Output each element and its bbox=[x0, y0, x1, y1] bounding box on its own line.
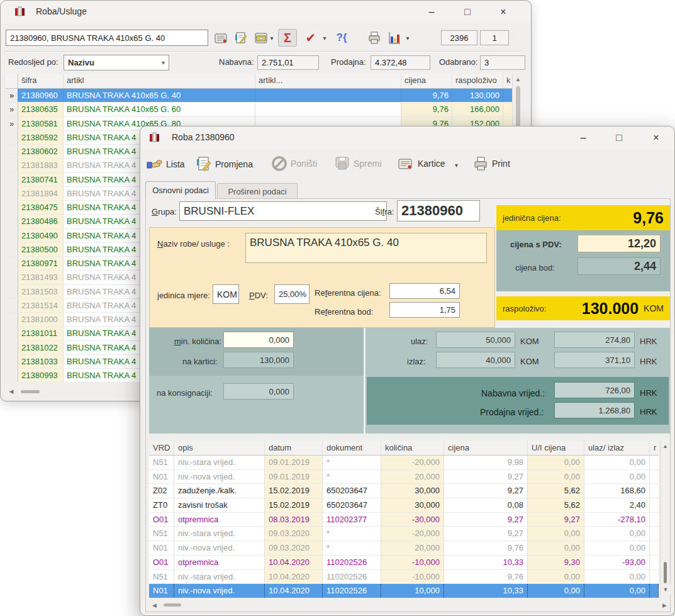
tab-osnovni-podaci[interactable]: Osnovni podaci bbox=[145, 181, 216, 199]
minimize-button[interactable]: – bbox=[569, 128, 598, 148]
promjena-button[interactable]: Promjena bbox=[196, 155, 253, 172]
scroll-left-icon[interactable]: ◀ bbox=[149, 600, 160, 610]
sifra-field[interactable]: 21380960 bbox=[397, 200, 480, 221]
confirm-dropdown-icon[interactable]: ▾ bbox=[320, 29, 329, 47]
cell: 5,62 bbox=[528, 498, 584, 512]
rolodex-button[interactable] bbox=[212, 29, 230, 47]
col-k[interactable]: k bbox=[503, 74, 512, 88]
stock-right-lower: Nabavna vrijed.: 726,00 HRK Prodajna vri… bbox=[365, 376, 670, 434]
cell: 09.03.2020 bbox=[265, 527, 323, 540]
scroll-left-icon[interactable]: ◀ bbox=[6, 386, 17, 397]
nabavna-vrijed-field[interactable]: 726,00 bbox=[554, 382, 635, 398]
prodajna-vrijed-field[interactable]: 1.268,80 bbox=[554, 402, 635, 418]
col-raspolozivo[interactable]: raspoloživo bbox=[452, 74, 503, 88]
izlaz-qty-field[interactable]: 40,000 bbox=[436, 352, 515, 368]
window-title: Roba 21380960 bbox=[172, 132, 235, 142]
cell bbox=[6, 187, 18, 200]
transaction-row[interactable]: N51niv.-stara vrijed.10.04.2020110202526… bbox=[149, 570, 659, 585]
close-button[interactable]: × bbox=[642, 128, 671, 148]
cell: 0,00 bbox=[584, 541, 650, 555]
close-button[interactable]: × bbox=[489, 2, 518, 22]
search-input[interactable] bbox=[6, 30, 208, 46]
spremi-button: Spremi bbox=[334, 155, 381, 172]
naziv-field[interactable]: BRUSNA TRAKA 410x65 G. 40 bbox=[245, 233, 487, 263]
col-cijena[interactable]: cijena bbox=[444, 441, 528, 455]
cell bbox=[6, 145, 18, 158]
maximize-button[interactable]: □ bbox=[453, 2, 482, 22]
maximize-button[interactable]: □ bbox=[605, 128, 633, 148]
print-button[interactable]: Print bbox=[472, 155, 510, 172]
chart-button[interactable] bbox=[386, 29, 403, 47]
nabavna-label: Nabavna: bbox=[219, 57, 254, 67]
grupa-field[interactable]: BRUSNI-FLEX bbox=[179, 201, 387, 221]
cell: 21381514 bbox=[18, 299, 64, 312]
kartice-button[interactable]: Kartice bbox=[397, 155, 445, 172]
scroll-up-icon[interactable]: ▲ bbox=[513, 74, 523, 85]
cell: 110202377 bbox=[323, 513, 381, 527]
article-row[interactable]: »21380960BRUSNA TRAKA 410x65 G. 409,7613… bbox=[6, 89, 512, 103]
izlaz-val-field[interactable]: 371,10 bbox=[554, 352, 635, 368]
transaction-row[interactable]: N51niv.-stara vrijed.09.03.2020*-20,0009… bbox=[149, 527, 659, 541]
ulaz-val-field[interactable]: 274,80 bbox=[554, 332, 635, 348]
jm-field[interactable]: KOM bbox=[213, 284, 239, 304]
print-button[interactable] bbox=[365, 29, 383, 47]
cell bbox=[6, 369, 18, 382]
cijena-bod-field[interactable]: 2,44 bbox=[577, 257, 661, 275]
ref-bod-field[interactable]: 1,75 bbox=[389, 302, 460, 318]
transaction-row[interactable]: N01niv.-nova vrijed.09.03.2020*20,0009,7… bbox=[149, 541, 659, 556]
lista-button[interactable]: Lista bbox=[147, 157, 185, 172]
na-kartici-field[interactable]: 130,000 bbox=[223, 352, 294, 368]
pdv-field[interactable]: 25,00% bbox=[274, 284, 310, 304]
scroll-down-icon[interactable]: ▼ bbox=[661, 585, 671, 595]
col-opis[interactable]: opis bbox=[174, 441, 265, 455]
transaction-row[interactable]: N51niv.-stara vrijed.09.01.2019*-20,0009… bbox=[149, 456, 659, 470]
titlebar[interactable]: Roba 21380960 – □ × bbox=[140, 126, 674, 149]
col-sifra[interactable]: šifra bbox=[18, 74, 64, 88]
transactions-hscrollbar[interactable]: ◀ ▶ bbox=[149, 600, 670, 610]
sum-button[interactable]: Σ bbox=[278, 29, 297, 47]
transaction-row[interactable]: Z02zaduženje./kalk.15.02.201965020364730… bbox=[149, 484, 659, 498]
titlebar[interactable]: Roba/Usluge – □ × bbox=[1, 1, 531, 23]
minimize-button[interactable]: – bbox=[417, 2, 446, 22]
transaction-row[interactable]: ZT0zavisni trošak15.02.201965020364730,0… bbox=[149, 498, 659, 513]
ulaz-qty-field[interactable]: 50,000 bbox=[436, 332, 515, 348]
scroll-up-icon[interactable]: ▲ bbox=[661, 441, 670, 451]
min-kolicina-field[interactable]: 0,000 bbox=[223, 332, 294, 348]
transaction-row[interactable]: N01niv.-nova vrijed.10.04.20201102025261… bbox=[149, 584, 659, 598]
article-row[interactable]: »21380635BRUSNA TRAKA 410x65 G. 609,7616… bbox=[6, 103, 512, 116]
col-artikl[interactable]: artikl bbox=[64, 74, 255, 88]
col-datum[interactable]: datum bbox=[265, 441, 323, 455]
scroll-right-icon[interactable]: ▶ bbox=[659, 600, 670, 610]
col-ui-cijena[interactable]: U/I cijena bbox=[528, 441, 584, 455]
transaction-row[interactable]: O01otpremnica10.04.2020110202526-10,0001… bbox=[149, 556, 659, 570]
transactions-vscrollbar[interactable]: ▲ ▼ bbox=[660, 441, 670, 598]
col-kolicina[interactable]: količina bbox=[381, 441, 444, 455]
pdv-cijena-field[interactable]: 12,20 bbox=[577, 235, 661, 252]
cell bbox=[650, 570, 659, 584]
confirm-button[interactable]: ✔ bbox=[301, 29, 320, 47]
cell: N51 bbox=[149, 527, 174, 540]
col-ulaz-izlaz[interactable]: ulaz/ izlaz bbox=[584, 441, 650, 455]
transaction-row[interactable]: N01niv.-nova vrijed.09.01.2019*20,0009,2… bbox=[149, 470, 659, 484]
na-konsignaciji-field[interactable]: 0,000 bbox=[223, 383, 294, 400]
drawer-dropdown-icon[interactable]: ▾ bbox=[267, 29, 276, 47]
vscroll-thumb[interactable] bbox=[664, 562, 667, 583]
hscroll-thumb[interactable] bbox=[21, 390, 40, 393]
col-artikl2[interactable]: artikl... bbox=[255, 74, 401, 88]
tab-prosireni-podaci[interactable]: Prošireni podaci bbox=[217, 183, 298, 199]
col-cijena[interactable]: cijena bbox=[401, 74, 452, 88]
edit-button[interactable] bbox=[232, 29, 250, 47]
query-button[interactable]: ?{ bbox=[332, 29, 352, 47]
col-r[interactable]: r bbox=[650, 441, 659, 455]
col-dokument[interactable]: dokument bbox=[323, 441, 381, 455]
order-by-select[interactable]: Nazivu ▾ bbox=[64, 55, 169, 70]
cell: 08.03.2019 bbox=[265, 513, 323, 527]
ref-cijena-field[interactable]: 6,54 bbox=[389, 283, 460, 299]
col-vrd[interactable]: VRD bbox=[149, 441, 174, 455]
kartice-dropdown-icon[interactable]: ▾ bbox=[455, 162, 458, 169]
cell: 9,76 bbox=[401, 103, 452, 116]
hscroll-thumb[interactable] bbox=[164, 603, 181, 607]
chart-dropdown-icon[interactable]: ▾ bbox=[403, 29, 412, 47]
transaction-row[interactable]: O01otpremnica08.03.2019110202377-30,0009… bbox=[149, 513, 659, 527]
cell bbox=[6, 229, 18, 242]
